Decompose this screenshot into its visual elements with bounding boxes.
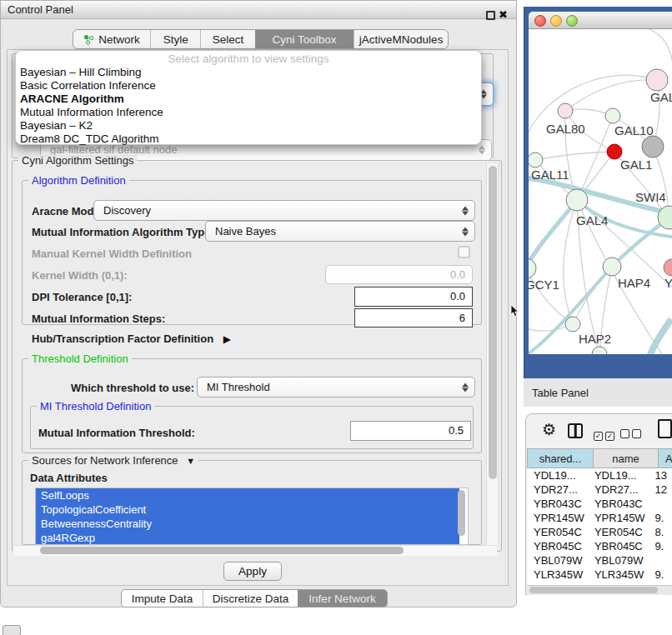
hub-definition-toggle[interactable]: Hub/Transcription Factor Definition ▶: [32, 332, 231, 346]
node-label: GAL10: [614, 123, 654, 138]
tab-discretize-data[interactable]: Discretize Data: [203, 590, 298, 607]
float-icon[interactable]: [486, 11, 495, 20]
tri-right-icon: ▶: [223, 333, 231, 345]
table-row[interactable]: YLR345WYLR345W9.: [527, 568, 672, 582]
mi-type-combo[interactable]: Naive Bayes: [205, 221, 475, 242]
network-node: [565, 317, 580, 332]
network-graph: GAL GAL80 GAL10 GAL1 GAL11 SWI4 GAL4 GCY…: [529, 29, 672, 354]
collapsed-panel-icon[interactable]: [3, 625, 21, 635]
manual-kernel-checkbox[interactable]: [458, 246, 470, 258]
node-label: GAL: [650, 90, 672, 104]
algorithm-option[interactable]: Basic Correlation Inference: [20, 79, 156, 92]
mi-threshold-field[interactable]: 0.5: [350, 421, 471, 441]
attributes-list-scrollbar-thumb[interactable]: [458, 490, 465, 536]
split-columns-icon[interactable]: [568, 423, 583, 438]
table-row[interactable]: YDL19...YDL19...13: [527, 468, 672, 482]
dpi-tolerance-label: DPI Tolerance [0,1]:: [32, 291, 132, 304]
tab-select[interactable]: Select: [200, 30, 254, 48]
algorithm-option[interactable]: Bayesian – Hill Climbing: [20, 66, 142, 79]
mi-threshold-label: Mutual Information Threshold:: [38, 427, 195, 440]
settings-horizontal-scrollbar-thumb[interactable]: [40, 547, 404, 554]
settings-vertical-scrollbar-thumb[interactable]: [489, 166, 497, 479]
table-row[interactable]: YER054CYER054C8.: [527, 525, 672, 539]
node-label: GAL4: [576, 213, 608, 228]
table-row[interactable]: YBR043CYBR043C: [527, 497, 672, 511]
unchecked-box-icon: [620, 429, 629, 438]
network-node: [664, 259, 672, 276]
unchecked-box-icon: [632, 429, 641, 438]
table-horizontal-scrollbar-thumb[interactable]: [529, 587, 658, 593]
data-attributes-list: SelfLoops TopologicalCoefficient Between…: [35, 488, 469, 545]
sources-group-title[interactable]: Sources for Network Inference ▼: [28, 455, 198, 467]
node-label: GCY1: [529, 278, 559, 292]
table-row[interactable]: YBR045CYBR045C9.: [527, 539, 672, 553]
tab-infer-network[interactable]: Infer Network: [298, 590, 387, 607]
mi-steps-label: Mutual Information Steps:: [32, 312, 165, 326]
apply-button[interactable]: Apply: [223, 562, 282, 581]
mi-steps-field[interactable]: 6: [354, 308, 473, 328]
node-label: GAL1: [620, 158, 652, 172]
network-node: [566, 189, 588, 211]
attribute-item[interactable]: SelfLoops: [36, 488, 459, 502]
attribute-item[interactable]: TopologicalCoefficient: [36, 502, 459, 517]
algorithm-definition-title: Algorithm Definition: [28, 175, 129, 187]
screenshot-root: { "icons": { "close": "✖", "float": "▢",…: [0, 0, 672, 635]
which-threshold-label: Which threshold to use:: [71, 382, 194, 395]
mouse-cursor: [510, 305, 520, 318]
gear-icon[interactable]: ⚙: [542, 420, 556, 439]
checked-box-icon: ✓: [605, 432, 614, 441]
cyni-algorithm-settings-title: Cyni Algorithm Settings: [18, 155, 137, 167]
table-row[interactable]: YDR27...YDR27...12: [527, 482, 672, 497]
network-window-titlebar[interactable]: [529, 12, 672, 29]
hide-columns-icon[interactable]: [620, 427, 641, 442]
aracne-mode-combo[interactable]: Discovery: [93, 200, 475, 221]
kernel-width-field[interactable]: 0.0: [325, 265, 473, 284]
column-header-shared-name[interactable]: shared...: [527, 448, 594, 468]
tab-cyni-toolbox[interactable]: Cyni Toolbox: [255, 30, 354, 48]
dpi-tolerance-field[interactable]: 0.0: [354, 287, 473, 307]
tab-style[interactable]: Style: [150, 30, 200, 48]
node-label: GAL11: [531, 168, 569, 182]
network-node: [529, 258, 536, 278]
bottom-tab-bar: Impute Data Discretize Data Infer Networ…: [121, 589, 388, 608]
top-tab-bar: Network Style Select Cyni Toolbox jActiv…: [73, 29, 449, 49]
control-panel-titlebar: Control Panel: [0, 0, 517, 19]
algorithm-option[interactable]: Bayesian – K2: [20, 119, 93, 132]
kernel-width-label: Kernel Width (0,1):: [32, 269, 128, 282]
network-node: [592, 347, 607, 354]
column-header-name[interactable]: name: [594, 448, 659, 468]
tab-network-label: Network: [98, 33, 140, 46]
network-node: [558, 103, 573, 118]
show-checked-columns-icon[interactable]: ✓✓: [594, 427, 614, 442]
network-canvas[interactable]: GAL GAL80 GAL10 GAL1 GAL11 SWI4 GAL4 GCY…: [529, 29, 672, 354]
zoom-traffic-light[interactable]: [566, 15, 578, 27]
algorithm-option-selected[interactable]: ARACNE Algorithm: [20, 92, 124, 106]
algorithm-option[interactable]: Mutual Information Inference: [20, 106, 163, 119]
tab-impute-data[interactable]: Impute Data: [122, 590, 203, 607]
threshold-definition-title: Threshold Definition: [28, 353, 132, 365]
tri-down-icon: ▼: [186, 456, 195, 466]
network-node: [646, 69, 668, 91]
which-threshold-combo[interactable]: MI Threshold: [197, 377, 475, 398]
node-label: Y: [664, 276, 672, 290]
node-label: SWI4: [635, 190, 666, 204]
algorithm-option[interactable]: Dream8 DC_TDC Algorithm: [20, 132, 159, 146]
tab-network[interactable]: Network: [73, 30, 150, 48]
close-icon[interactable]: ✖: [499, 8, 508, 21]
network-node: [603, 258, 621, 276]
table-row[interactable]: YBL079WYBL079W: [527, 553, 672, 568]
popup-hint: Select algorithm to view settings: [16, 52, 481, 65]
export-table-icon[interactable]: [658, 419, 672, 438]
column-header-next[interactable]: A: [659, 448, 672, 468]
close-traffic-light[interactable]: [534, 15, 546, 27]
attribute-item[interactable]: gal4RGexp: [36, 531, 459, 545]
table-panel-title: Table Panel: [532, 387, 589, 399]
network-node: [605, 108, 620, 123]
mi-type-label: Mutual Information Algorithm Type:: [32, 226, 214, 239]
table-row[interactable]: YPR145WYPR145W9.: [527, 511, 672, 525]
tab-jactivemnodules[interactable]: jActiveMNodules: [354, 30, 448, 48]
attribute-item[interactable]: BetweennessCentrality: [36, 517, 459, 531]
algorithm-dropdown-popup: Select algorithm to view settings Bayesi…: [15, 50, 482, 145]
node-label: HAP4: [618, 276, 650, 290]
minimize-traffic-light[interactable]: [550, 15, 562, 27]
